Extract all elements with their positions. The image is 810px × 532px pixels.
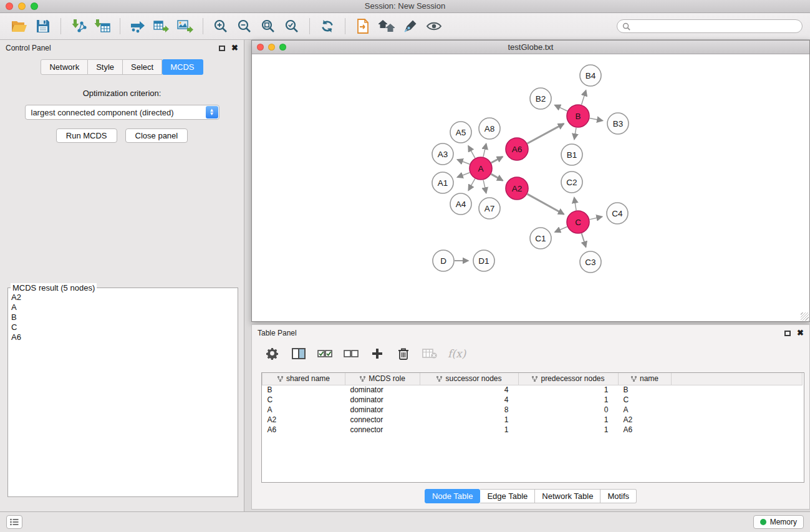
graph-edge-A-A7[interactable]: [483, 180, 486, 193]
search-box[interactable]: [617, 19, 803, 33]
save-session-icon[interactable]: [31, 16, 55, 36]
graph-node-B3[interactable]: B3: [607, 113, 629, 134]
close-window-button[interactable]: [6, 2, 13, 10]
close-panel-icon[interactable]: ✖: [231, 45, 238, 51]
cell[interactable]: dominator: [345, 385, 420, 395]
select-all-icon[interactable]: [317, 346, 333, 361]
graph-edge-A-A3[interactable]: [457, 160, 470, 164]
graph-node-D1[interactable]: D1: [473, 250, 494, 271]
graph-node-C[interactable]: C: [567, 211, 589, 233]
graph-edge-A2-C[interactable]: [528, 194, 564, 214]
cell[interactable]: C: [263, 395, 345, 405]
graph-edge-C-C1[interactable]: [555, 227, 567, 233]
graph-edge-B-B1[interactable]: [574, 128, 576, 140]
tab-network[interactable]: Network: [41, 59, 88, 75]
graph-edge-A-A5[interactable]: [468, 146, 475, 158]
resize-grip[interactable]: [801, 312, 809, 321]
run-mcds-button[interactable]: Run MCDS: [56, 128, 117, 143]
export-image-icon[interactable]: [173, 16, 197, 36]
minimize-window-button[interactable]: [18, 2, 26, 10]
cell[interactable]: connector: [345, 425, 420, 435]
graph-node-C4[interactable]: C4: [607, 203, 628, 224]
graph-node-B1[interactable]: B1: [561, 144, 582, 165]
optimization-criterion-dropdown[interactable]: largest connected component (directed) ▲…: [25, 105, 219, 120]
graph-edge-A-A6[interactable]: [491, 157, 503, 163]
graph-node-A2[interactable]: A2: [506, 177, 528, 200]
graph-node-A8[interactable]: A8: [479, 118, 500, 139]
export-network-icon[interactable]: [126, 16, 150, 36]
refresh-layout-icon[interactable]: [316, 16, 339, 36]
cell[interactable]: 4: [420, 385, 519, 395]
cell[interactable]: B: [619, 385, 672, 395]
tab-edge-table[interactable]: Edge Table: [480, 489, 535, 503]
graph-node-A6[interactable]: A6: [506, 138, 528, 160]
delete-icon[interactable]: [395, 346, 412, 361]
visual-style-icon[interactable]: [398, 16, 422, 36]
cell[interactable]: A6: [263, 425, 345, 435]
open-session-icon[interactable]: [7, 16, 31, 36]
cell[interactable]: 0: [519, 405, 619, 415]
maximize-window-button[interactable]: [31, 2, 38, 10]
cell[interactable]: B: [263, 385, 345, 395]
cell[interactable]: A: [263, 405, 345, 415]
graph-node-C1[interactable]: C1: [530, 228, 551, 249]
graph-edge-C-C3[interactable]: [582, 233, 586, 247]
network-minimize-button[interactable]: [268, 44, 275, 51]
table-row[interactable]: A2connector11A2: [263, 415, 803, 425]
memory-button[interactable]: Memory: [753, 515, 804, 529]
gear-icon[interactable]: [264, 346, 281, 361]
graph-node-A4[interactable]: A4: [450, 193, 471, 215]
zoom-fit-icon[interactable]: [256, 16, 280, 36]
graph-node-B[interactable]: B: [567, 105, 589, 127]
zoom-in-icon[interactable]: [209, 16, 233, 36]
graph-node-A[interactable]: A: [470, 157, 492, 180]
graph-edge-B-B4[interactable]: [582, 90, 586, 105]
graph-node-B4[interactable]: B4: [580, 65, 601, 86]
add-icon[interactable]: [369, 346, 385, 361]
tab-network-table[interactable]: Network Table: [535, 489, 600, 503]
cell[interactable]: dominator: [345, 395, 420, 405]
column-header-successor-nodes[interactable]: successor nodes: [420, 373, 519, 385]
table-row[interactable]: Bdominator41B: [263, 385, 803, 395]
graph-edge-A-A2[interactable]: [491, 174, 503, 180]
first-neighbors-icon[interactable]: [351, 16, 375, 36]
close-table-panel-icon[interactable]: ✖: [797, 330, 804, 336]
home-icon[interactable]: [375, 16, 398, 36]
cell[interactable]: 1: [519, 395, 619, 405]
graph-node-B2[interactable]: B2: [530, 88, 551, 109]
float-panel-icon[interactable]: [219, 46, 225, 51]
cell[interactable]: 4: [420, 395, 519, 405]
zoom-selected-icon[interactable]: [280, 16, 304, 36]
cell[interactable]: connector: [345, 415, 420, 425]
cell[interactable]: 1: [519, 385, 619, 395]
tab-node-table[interactable]: Node Table: [425, 489, 481, 503]
graph-node-A5[interactable]: A5: [450, 122, 471, 143]
cell[interactable]: dominator: [345, 405, 420, 415]
graph-edge-A-A4[interactable]: [468, 179, 475, 191]
cell[interactable]: A6: [619, 425, 672, 435]
network-canvas[interactable]: B4B2BB3A5A8A6A3B1AA1C2A2A4A7C4CC1C3DD1: [252, 55, 809, 314]
network-close-button[interactable]: [257, 44, 264, 51]
cell[interactable]: A2: [619, 415, 672, 425]
graph-node-A7[interactable]: A7: [479, 198, 500, 219]
table-row[interactable]: A6connector11A6: [263, 425, 803, 435]
graph-edge-C-C4[interactable]: [590, 216, 602, 219]
table-row[interactable]: Cdominator41C: [263, 395, 803, 405]
graph-edge-A6-B[interactable]: [528, 123, 564, 143]
table-row[interactable]: Adominator80A: [263, 405, 803, 415]
export-table-icon[interactable]: [150, 16, 173, 36]
graph-edge-A-A8[interactable]: [483, 143, 486, 157]
graph-node-C2[interactable]: C2: [561, 172, 582, 193]
graph-edge-A-A1[interactable]: [457, 173, 470, 177]
cell[interactable]: 1: [420, 425, 519, 435]
tab-select[interactable]: Select: [123, 59, 162, 75]
graph-edge-B-B3[interactable]: [590, 118, 603, 121]
graph-edge-C-C2[interactable]: [574, 198, 576, 211]
column-header-MCDS-role[interactable]: MCDS role: [345, 373, 420, 385]
float-table-panel-icon[interactable]: [784, 331, 791, 336]
graph-edge-B-B2[interactable]: [555, 105, 567, 111]
task-history-button[interactable]: [6, 515, 22, 529]
cell[interactable]: 8: [420, 405, 519, 415]
network-maximize-button[interactable]: [279, 44, 286, 51]
cell[interactable]: 1: [519, 425, 619, 435]
